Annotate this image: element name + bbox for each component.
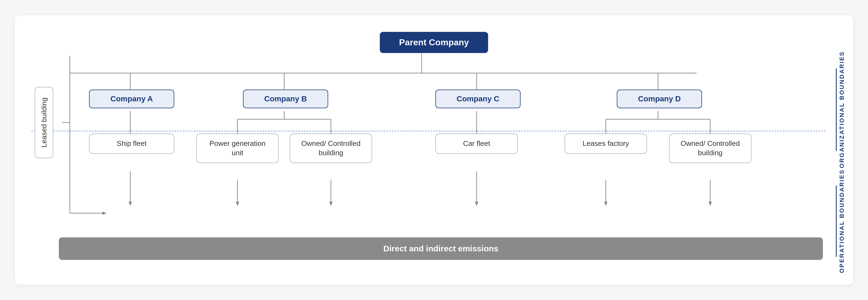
diagram-container: Parent Company Company A Company B Compa… bbox=[15, 15, 853, 285]
svg-marker-31 bbox=[102, 211, 106, 215]
parent-company-box: Parent Company bbox=[380, 32, 488, 53]
owned-building-b-box: Owned/ Controlled building bbox=[290, 134, 372, 163]
svg-marker-25 bbox=[604, 202, 608, 206]
svg-marker-19 bbox=[236, 202, 239, 206]
svg-marker-17 bbox=[129, 202, 132, 206]
op-boundaries-label: OPERATIONAL BOUNDARIES bbox=[836, 169, 845, 273]
ship-fleet-box: Ship fleet bbox=[89, 134, 174, 154]
boundary-line bbox=[31, 131, 826, 131]
company-b-box: Company B bbox=[243, 90, 328, 108]
svg-marker-23 bbox=[475, 202, 478, 206]
company-d-box: Company D bbox=[617, 90, 702, 108]
power-gen-box: Power generation unit bbox=[196, 134, 279, 163]
org-boundaries-label: ORGANIZATIONAL BOUNDARIES bbox=[836, 51, 845, 168]
leased-building-box: Leased building bbox=[35, 87, 53, 158]
emissions-box: Direct and indirect emissions bbox=[59, 237, 823, 260]
owned-building-d-box: Owned/ Controlled building bbox=[669, 134, 751, 163]
parent-company-label: Parent Company bbox=[399, 37, 469, 47]
company-a-box: Company A bbox=[89, 90, 174, 108]
company-c-box: Company C bbox=[435, 90, 521, 108]
car-fleet-box: Car fleet bbox=[435, 134, 518, 154]
leases-factory-box: Leases factory bbox=[564, 134, 647, 154]
svg-marker-21 bbox=[329, 202, 333, 206]
svg-marker-27 bbox=[709, 202, 712, 206]
